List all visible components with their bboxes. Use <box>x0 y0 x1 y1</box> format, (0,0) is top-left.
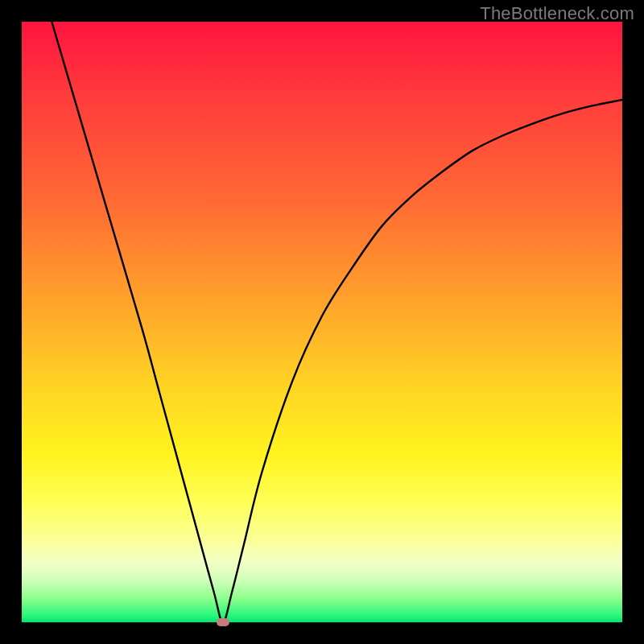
chart-frame: TheBottleneck.com <box>0 0 644 644</box>
optimal-point-marker <box>217 618 229 626</box>
bottleneck-curve <box>22 22 622 622</box>
plot-area <box>22 22 622 622</box>
watermark: TheBottleneck.com <box>480 3 634 24</box>
